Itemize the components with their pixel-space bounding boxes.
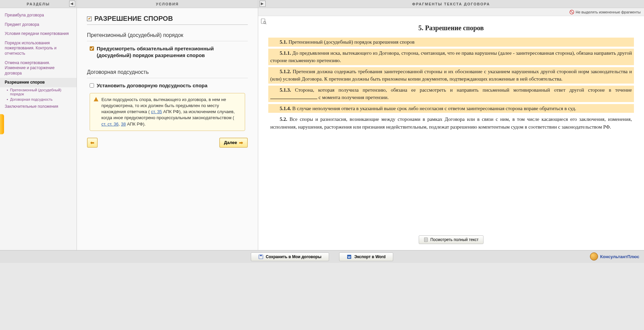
sidebar-subitem-5-1[interactable]: Договорная подсудность [0,97,77,102]
view-full-text-button[interactable]: Посмотреть полный текст [419,235,484,244]
conditions-body: ✔ РАЗРЕШЕНИЕ СПОРОВ Претензионный (досуд… [77,8,258,250]
svg-line-4 [266,23,267,25]
sidebar-item-6[interactable]: Заключительные положения [0,102,77,111]
doc-heading-text: Разрешение споров [425,24,484,32]
arrow-right-icon: ➡ [239,140,243,145]
sidebar-item-2[interactable]: Условия передачи пожертвования [0,29,77,39]
svg-text:W: W [348,255,351,259]
svg-rect-10 [260,255,262,256]
page-title: ✔ РАЗРЕШЕНИЕ СПОРОВ [87,15,248,22]
doc-p-5-1-3: 5.1.3. Сторона, которая получила претенз… [268,86,634,102]
sections-title: РАЗДЕЛЫ [27,2,50,6]
fragments-header: ▶ ФРАГМЕНТЫ ТЕКСТА ДОГОВОРА [258,0,644,8]
sections-panel: РАЗДЕЛЫ ◀ Преамбула договораПредмет дого… [0,0,77,250]
group-jurisdiction: Договорная подсудность Установить догово… [87,66,248,131]
sidebar-item-4[interactable]: Отмена пожертвования. Изменение и растор… [0,58,77,78]
group-pretrial: Претензионный (досудебный) порядок Преду… [87,30,248,60]
warning-icon [93,97,99,102]
option-jurisdiction-checkbox[interactable] [90,83,94,88]
save-button[interactable]: Сохранить в Мои договоры [251,252,329,261]
brand-logo-icon [590,252,598,261]
info-post: АПК РФ). [126,122,146,127]
word-icon: W [347,254,352,259]
bottom-toolbar: Сохранить в Мои договоры W Экспорт в Wor… [0,250,644,263]
sidebar-item-3[interactable]: Порядок использования пожертвования. Кон… [0,39,77,58]
option-jurisdiction-text: Установить договорную подсудность спора [97,82,208,89]
doc-p-5-1-1: 5.1.1. До предъявления иска, вытекающего… [268,49,634,65]
option-pretrial-text: Предусмотреть обязательный претензионный… [97,45,245,59]
doc-heading: 5. Разрешение споров [268,23,634,33]
sidebar-item-1[interactable]: Предмет договора [0,20,77,30]
option-pretrial[interactable]: Предусмотреть обязательный претензионный… [87,45,248,60]
find-in-page-icon[interactable] [260,18,267,25]
main-layout: РАЗДЕЛЫ ◀ Преамбула договораПредмет дого… [0,0,644,250]
info-note: Если подсудность спора, вытекающего из д… [90,93,245,131]
brand-name: КонсультантПлюс [600,254,639,259]
blank-field [270,99,317,99]
wizard-nav: ⬅ Далее ➡ [87,138,248,148]
fragments-toolbar: Не выделять измененные фрагменты [258,8,644,16]
highlight-off-icon [569,10,574,14]
page-title-text: РАЗРЕШЕНИЕ СПОРОВ [94,15,173,22]
sidebar-subitem-5-0[interactable]: Претензионный (досудебный) порядок [0,87,77,97]
title-check-icon: ✔ [87,16,92,21]
save-icon [259,254,263,259]
arrow-left-icon: ⬅ [90,140,94,145]
doc-p-5-1-2: 5.1.2. Претензия должна содержать требов… [268,67,634,84]
toggle-highlight-link[interactable]: Не выделять измененные фрагменты [569,10,641,14]
conditions-title: УСЛОВИЯ [156,2,179,6]
doc-p-5-1-4: 5.1.4. В случае неполучения ответа в ука… [268,104,634,113]
toggle-highlight-text: Не выделять измененные фрагменты [576,10,641,14]
doc-p-5-2: 5.2. Все споры и разногласия, возникающи… [268,115,634,131]
export-word-button[interactable]: W Экспорт в Word [339,252,393,261]
document-viewer[interactable]: 5. Разрешение споров 5.1. Претензионный … [258,16,644,231]
link-st38[interactable]: 38 [121,122,126,127]
svg-line-1 [570,11,573,13]
collapse-right-icon[interactable]: ▶ [260,1,266,7]
sidebar-item-5[interactable]: Разрешение споров [0,78,77,87]
view-full-text-label: Посмотреть полный текст [430,237,479,242]
conditions-panel: УСЛОВИЯ ✔ РАЗРЕШЕНИЕ СПОРОВ Претензионны… [77,0,258,250]
sections-nav: Преамбула договораПредмет договораУслови… [0,8,77,114]
group-pretrial-label: Претензионный (досудебный) порядок [87,30,248,41]
export-word-label: Экспорт в Word [354,254,385,259]
next-button[interactable]: Далее ➡ [219,138,248,148]
next-button-label: Далее [224,140,237,145]
back-button[interactable]: ⬅ [87,138,98,148]
doc-heading-num: 5. [418,24,423,32]
link-st35[interactable]: ст. 35 [151,109,162,114]
sidebar-item-0[interactable]: Преамбула договора [0,11,77,20]
group-jurisdiction-label: Договорная подсудность [87,66,248,78]
sections-header: РАЗДЕЛЫ ◀ [0,0,77,8]
fragments-footer: Посмотреть полный текст [258,231,644,250]
option-jurisdiction[interactable]: Установить договорную подсудность спора [87,82,248,90]
side-drawer-tab[interactable] [0,114,4,134]
collapse-left-icon[interactable]: ◀ [69,1,75,7]
link-st36[interactable]: ст. ст. 36 [101,122,119,127]
save-button-label: Сохранить в Мои договоры [266,254,322,259]
fragments-panel: ▶ ФРАГМЕНТЫ ТЕКСТА ДОГОВОРА Не выделять … [258,0,644,250]
document-icon [424,237,428,242]
brand: КонсультантПлюс [590,252,639,261]
fragments-title: ФРАГМЕНТЫ ТЕКСТА ДОГОВОРА [412,2,490,6]
doc-p-5-1: 5.1. Претензионный (досудебный) порядок … [268,38,634,47]
conditions-header: УСЛОВИЯ [77,0,258,8]
divider [87,25,248,25]
option-pretrial-checkbox[interactable] [90,46,94,51]
